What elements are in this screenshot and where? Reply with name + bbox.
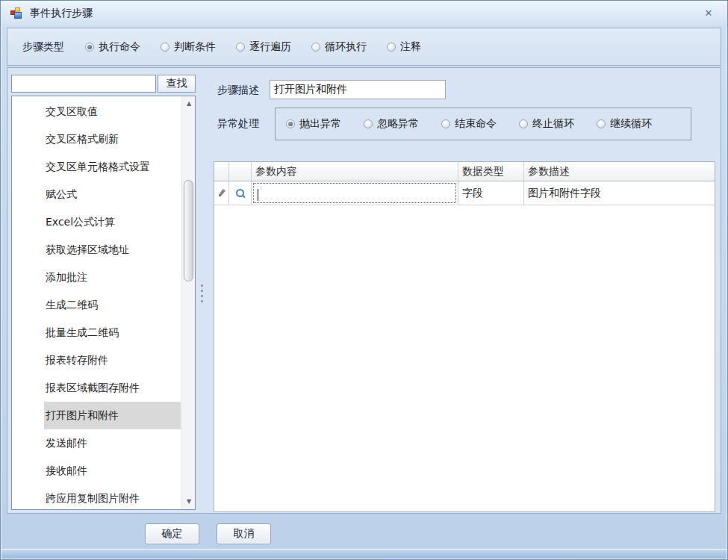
scrollbar-up-icon[interactable]: ▲ [182, 98, 196, 110]
list-item[interactable]: 交叉区单元格格式设置 [44, 153, 181, 181]
list-item[interactable]: 报表转存附件 [44, 346, 181, 374]
splitter-grip-icon [201, 284, 203, 302]
main-panel: 查找 交叉区取值 交叉区格式刷新 交叉区单元格格式设置 赋公式 Excel公式计… [7, 67, 721, 514]
radio-icon [364, 119, 373, 128]
dialog-window: 事件执行步骤 ✕ 步骤类型 执行命令 判断条件 逐行遍历 循环执行 [0, 0, 728, 560]
list-item[interactable]: 生成二维码 [44, 291, 181, 319]
list-item[interactable]: 获取选择区域地址 [44, 236, 181, 264]
list-item[interactable]: 接收邮件 [44, 457, 181, 485]
step-type-panel: 步骤类型 执行命令 判断条件 逐行遍历 循环执行 注释 [7, 28, 721, 66]
radio-icon [311, 43, 320, 52]
list-item[interactable]: Excel公式计算 [44, 208, 181, 236]
radio-label: 终止循环 [532, 117, 574, 131]
radio-step-type-judge-condition[interactable]: 判断条件 [161, 40, 216, 54]
radio-exception-throw[interactable]: 抛出异常 [286, 117, 341, 131]
data-type-cell[interactable]: 字段 [458, 181, 524, 205]
radio-exception-ignore[interactable]: 忽略异常 [364, 117, 419, 131]
find-button[interactable]: 查找 [158, 75, 196, 93]
step-type-label: 步骤类型 [22, 40, 64, 54]
scrollbar-thumb[interactable] [184, 180, 193, 281]
title-bar: 事件执行步骤 ✕ [1, 1, 727, 25]
app-icon-blue-square [14, 12, 22, 19]
list-scrollbar[interactable]: ▲ ▼ [181, 96, 195, 509]
radio-step-type-execute-command[interactable]: 执行命令 [85, 40, 140, 54]
step-desc-label: 步骤描述 [217, 84, 259, 97]
command-list: 交叉区取值 交叉区格式刷新 交叉区单元格格式设置 赋公式 Excel公式计算 获… [11, 96, 196, 510]
radio-step-type-loop-execute[interactable]: 循环执行 [311, 40, 367, 54]
scrollbar-down-icon[interactable]: ▼ [182, 496, 196, 508]
list-item[interactable]: 发送邮件 [44, 429, 181, 457]
radio-icon [236, 43, 245, 52]
list-item[interactable]: 交叉区格式刷新 [44, 125, 181, 153]
step-desc-input[interactable] [270, 80, 446, 99]
list-item[interactable]: 交叉区取值 [44, 98, 181, 125]
header-param-content: 参数内容 [252, 162, 458, 181]
params-table: 参数内容 数据类型 参数描述 字段 图片和附件字段 [214, 161, 715, 512]
radio-exception-continue-loop[interactable]: 继续循环 [597, 117, 652, 131]
radio-icon [597, 119, 606, 128]
app-icon [10, 7, 24, 19]
header-row-indicator [214, 162, 229, 181]
radio-label: 执行命令 [99, 40, 140, 54]
radio-icon [161, 43, 169, 52]
radio-label: 判断条件 [174, 40, 216, 54]
header-param-desc: 参数描述 [524, 162, 715, 181]
magnifier-icon [235, 188, 246, 199]
radio-icon [441, 119, 450, 128]
window-bottom-frame [1, 549, 727, 559]
footer-bar: 确定 取消 [7, 514, 721, 548]
radio-icon [387, 43, 396, 52]
radio-label: 注释 [400, 40, 421, 54]
close-icon[interactable]: ✕ [702, 7, 715, 20]
header-lookup [229, 162, 252, 181]
window-title: 事件执行步骤 [30, 7, 93, 20]
radio-label: 逐行遍历 [249, 40, 291, 54]
cancel-button[interactable]: 取消 [217, 523, 271, 544]
radio-icon [85, 43, 94, 52]
radio-exception-end-command[interactable]: 结束命令 [441, 117, 497, 131]
command-list-items: 交叉区取值 交叉区格式刷新 交叉区单元格格式设置 赋公式 Excel公式计算 获… [12, 98, 181, 509]
row-edit-indicator [214, 181, 229, 205]
radio-label: 忽略异常 [377, 117, 419, 131]
param-content-editbox[interactable] [253, 183, 456, 203]
radio-label: 结束命令 [455, 117, 497, 131]
radio-label: 抛出异常 [299, 117, 341, 131]
list-item[interactable]: 跨应用复制图片附件 [44, 485, 181, 510]
radio-label: 继续循环 [610, 117, 652, 131]
params-table-header: 参数内容 数据类型 参数描述 [214, 162, 715, 181]
exception-label: 异常处理 [217, 117, 259, 131]
step-type-radio-group: 执行命令 判断条件 逐行遍历 循环执行 注释 [85, 40, 421, 54]
radio-icon [286, 119, 295, 128]
ok-button[interactable]: 确定 [145, 523, 199, 544]
param-desc-cell[interactable]: 图片和附件字段 [524, 181, 715, 205]
radio-step-type-row-traverse[interactable]: 逐行遍历 [236, 40, 291, 54]
list-item[interactable]: 报表区域截图存附件 [44, 374, 181, 402]
text-caret [258, 189, 258, 201]
param-content-cell[interactable] [252, 181, 458, 205]
header-data-type: 数据类型 [458, 162, 524, 181]
list-item[interactable]: 批量生成二维码 [44, 319, 181, 346]
radio-exception-stop-loop[interactable]: 终止循环 [519, 117, 574, 131]
search-input[interactable] [11, 75, 156, 93]
row-lookup-cell[interactable] [229, 181, 252, 205]
radio-label: 循环执行 [325, 40, 367, 54]
list-item-selected[interactable]: 打开图片和附件 [44, 402, 181, 429]
panel-splitter[interactable] [197, 68, 208, 513]
radio-step-type-comment[interactable]: 注释 [387, 40, 421, 54]
exception-radio-group: 抛出异常 忽略异常 结束命令 终止循环 继续循环 [275, 108, 691, 140]
list-item[interactable]: 添加批注 [44, 264, 181, 291]
pencil-icon [218, 189, 225, 197]
radio-icon [519, 119, 528, 128]
list-item[interactable]: 赋公式 [44, 181, 181, 208]
table-row: 字段 图片和附件字段 [214, 181, 715, 205]
